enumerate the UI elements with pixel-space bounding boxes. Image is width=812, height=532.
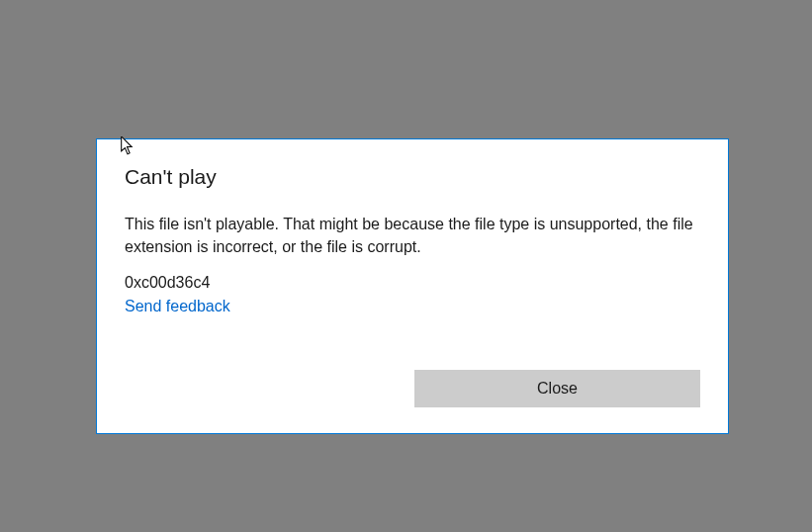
error-dialog: Can't play This file isn't playable. Tha… — [96, 138, 729, 434]
error-code: 0xc00d36c4 — [125, 274, 700, 292]
dialog-title: Can't play — [125, 165, 700, 189]
button-row: Close — [125, 370, 700, 407]
dialog-message: This file isn't playable. That might be … — [125, 213, 700, 258]
close-button[interactable]: Close — [414, 370, 700, 407]
send-feedback-link[interactable]: Send feedback — [125, 298, 700, 315]
